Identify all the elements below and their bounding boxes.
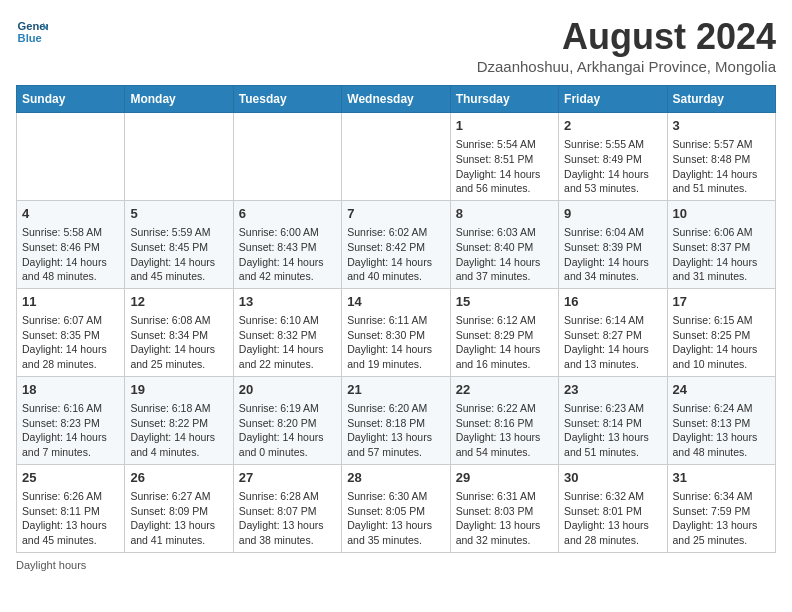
calendar-cell [125, 113, 233, 201]
day-number: 15 [456, 293, 553, 311]
day-info: Sunrise: 5:54 AM Sunset: 8:51 PM Dayligh… [456, 137, 553, 196]
calendar-cell: 26Sunrise: 6:27 AM Sunset: 8:09 PM Dayli… [125, 464, 233, 552]
day-number: 26 [130, 469, 227, 487]
week-row-4: 18Sunrise: 6:16 AM Sunset: 8:23 PM Dayli… [17, 376, 776, 464]
day-number: 17 [673, 293, 770, 311]
calendar-cell: 13Sunrise: 6:10 AM Sunset: 8:32 PM Dayli… [233, 288, 341, 376]
day-number: 3 [673, 117, 770, 135]
day-info: Sunrise: 6:03 AM Sunset: 8:40 PM Dayligh… [456, 225, 553, 284]
day-info: Sunrise: 6:19 AM Sunset: 8:20 PM Dayligh… [239, 401, 336, 460]
calendar-cell: 1Sunrise: 5:54 AM Sunset: 8:51 PM Daylig… [450, 113, 558, 201]
day-info: Sunrise: 6:24 AM Sunset: 8:13 PM Dayligh… [673, 401, 770, 460]
calendar-cell: 5Sunrise: 5:59 AM Sunset: 8:45 PM Daylig… [125, 200, 233, 288]
day-header-wednesday: Wednesday [342, 86, 450, 113]
day-number: 30 [564, 469, 661, 487]
day-number: 21 [347, 381, 444, 399]
logo: General Blue [16, 16, 48, 48]
day-info: Sunrise: 6:00 AM Sunset: 8:43 PM Dayligh… [239, 225, 336, 284]
day-number: 9 [564, 205, 661, 223]
day-info: Sunrise: 6:27 AM Sunset: 8:09 PM Dayligh… [130, 489, 227, 548]
day-info: Sunrise: 6:16 AM Sunset: 8:23 PM Dayligh… [22, 401, 119, 460]
calendar-cell: 15Sunrise: 6:12 AM Sunset: 8:29 PM Dayli… [450, 288, 558, 376]
day-number: 1 [456, 117, 553, 135]
day-number: 6 [239, 205, 336, 223]
day-info: Sunrise: 6:30 AM Sunset: 8:05 PM Dayligh… [347, 489, 444, 548]
day-header-sunday: Sunday [17, 86, 125, 113]
subtitle: Dzaanhoshuu, Arkhangai Province, Mongoli… [477, 58, 776, 75]
week-row-3: 11Sunrise: 6:07 AM Sunset: 8:35 PM Dayli… [17, 288, 776, 376]
calendar-cell: 6Sunrise: 6:00 AM Sunset: 8:43 PM Daylig… [233, 200, 341, 288]
day-number: 24 [673, 381, 770, 399]
day-header-friday: Friday [559, 86, 667, 113]
day-number: 25 [22, 469, 119, 487]
day-info: Sunrise: 6:22 AM Sunset: 8:16 PM Dayligh… [456, 401, 553, 460]
month-title: August 2024 [477, 16, 776, 58]
day-number: 4 [22, 205, 119, 223]
day-info: Sunrise: 6:15 AM Sunset: 8:25 PM Dayligh… [673, 313, 770, 372]
calendar-cell: 2Sunrise: 5:55 AM Sunset: 8:49 PM Daylig… [559, 113, 667, 201]
calendar-cell: 28Sunrise: 6:30 AM Sunset: 8:05 PM Dayli… [342, 464, 450, 552]
day-info: Sunrise: 5:59 AM Sunset: 8:45 PM Dayligh… [130, 225, 227, 284]
calendar-cell: 27Sunrise: 6:28 AM Sunset: 8:07 PM Dayli… [233, 464, 341, 552]
calendar-cell: 19Sunrise: 6:18 AM Sunset: 8:22 PM Dayli… [125, 376, 233, 464]
week-row-2: 4Sunrise: 5:58 AM Sunset: 8:46 PM Daylig… [17, 200, 776, 288]
calendar-cell: 9Sunrise: 6:04 AM Sunset: 8:39 PM Daylig… [559, 200, 667, 288]
day-number: 18 [22, 381, 119, 399]
svg-text:Blue: Blue [18, 32, 42, 44]
footer-note: Daylight hours [16, 559, 776, 571]
logo-icon: General Blue [16, 16, 48, 48]
day-info: Sunrise: 6:04 AM Sunset: 8:39 PM Dayligh… [564, 225, 661, 284]
week-row-1: 1Sunrise: 5:54 AM Sunset: 8:51 PM Daylig… [17, 113, 776, 201]
calendar-cell: 16Sunrise: 6:14 AM Sunset: 8:27 PM Dayli… [559, 288, 667, 376]
day-header-saturday: Saturday [667, 86, 775, 113]
calendar-cell: 8Sunrise: 6:03 AM Sunset: 8:40 PM Daylig… [450, 200, 558, 288]
day-info: Sunrise: 6:07 AM Sunset: 8:35 PM Dayligh… [22, 313, 119, 372]
title-area: August 2024 Dzaanhoshuu, Arkhangai Provi… [477, 16, 776, 75]
day-number: 12 [130, 293, 227, 311]
day-info: Sunrise: 5:57 AM Sunset: 8:48 PM Dayligh… [673, 137, 770, 196]
header-row: SundayMondayTuesdayWednesdayThursdayFrid… [17, 86, 776, 113]
calendar-cell: 11Sunrise: 6:07 AM Sunset: 8:35 PM Dayli… [17, 288, 125, 376]
day-number: 11 [22, 293, 119, 311]
calendar-cell: 12Sunrise: 6:08 AM Sunset: 8:34 PM Dayli… [125, 288, 233, 376]
day-info: Sunrise: 6:11 AM Sunset: 8:30 PM Dayligh… [347, 313, 444, 372]
calendar-cell: 10Sunrise: 6:06 AM Sunset: 8:37 PM Dayli… [667, 200, 775, 288]
day-info: Sunrise: 6:14 AM Sunset: 8:27 PM Dayligh… [564, 313, 661, 372]
day-number: 22 [456, 381, 553, 399]
day-info: Sunrise: 6:32 AM Sunset: 8:01 PM Dayligh… [564, 489, 661, 548]
calendar-body: 1Sunrise: 5:54 AM Sunset: 8:51 PM Daylig… [17, 113, 776, 553]
day-number: 5 [130, 205, 227, 223]
calendar-cell: 18Sunrise: 6:16 AM Sunset: 8:23 PM Dayli… [17, 376, 125, 464]
day-header-tuesday: Tuesday [233, 86, 341, 113]
calendar-cell: 23Sunrise: 6:23 AM Sunset: 8:14 PM Dayli… [559, 376, 667, 464]
day-info: Sunrise: 5:55 AM Sunset: 8:49 PM Dayligh… [564, 137, 661, 196]
day-number: 13 [239, 293, 336, 311]
daylight-hours-label: Daylight hours [16, 559, 86, 571]
week-row-5: 25Sunrise: 6:26 AM Sunset: 8:11 PM Dayli… [17, 464, 776, 552]
calendar-cell: 17Sunrise: 6:15 AM Sunset: 8:25 PM Dayli… [667, 288, 775, 376]
calendar-cell [233, 113, 341, 201]
day-header-thursday: Thursday [450, 86, 558, 113]
day-info: Sunrise: 6:18 AM Sunset: 8:22 PM Dayligh… [130, 401, 227, 460]
day-info: Sunrise: 6:28 AM Sunset: 8:07 PM Dayligh… [239, 489, 336, 548]
day-number: 28 [347, 469, 444, 487]
day-number: 14 [347, 293, 444, 311]
day-number: 10 [673, 205, 770, 223]
calendar-cell: 3Sunrise: 5:57 AM Sunset: 8:48 PM Daylig… [667, 113, 775, 201]
day-number: 23 [564, 381, 661, 399]
day-info: Sunrise: 6:02 AM Sunset: 8:42 PM Dayligh… [347, 225, 444, 284]
day-info: Sunrise: 6:31 AM Sunset: 8:03 PM Dayligh… [456, 489, 553, 548]
calendar-cell: 4Sunrise: 5:58 AM Sunset: 8:46 PM Daylig… [17, 200, 125, 288]
calendar-cell [17, 113, 125, 201]
day-number: 20 [239, 381, 336, 399]
calendar-cell: 25Sunrise: 6:26 AM Sunset: 8:11 PM Dayli… [17, 464, 125, 552]
header: General Blue August 2024 Dzaanhoshuu, Ar… [16, 16, 776, 75]
calendar-cell: 31Sunrise: 6:34 AM Sunset: 7:59 PM Dayli… [667, 464, 775, 552]
day-header-monday: Monday [125, 86, 233, 113]
day-info: Sunrise: 6:20 AM Sunset: 8:18 PM Dayligh… [347, 401, 444, 460]
day-info: Sunrise: 6:08 AM Sunset: 8:34 PM Dayligh… [130, 313, 227, 372]
day-info: Sunrise: 6:26 AM Sunset: 8:11 PM Dayligh… [22, 489, 119, 548]
calendar-table: SundayMondayTuesdayWednesdayThursdayFrid… [16, 85, 776, 553]
day-info: Sunrise: 6:10 AM Sunset: 8:32 PM Dayligh… [239, 313, 336, 372]
day-info: Sunrise: 6:34 AM Sunset: 7:59 PM Dayligh… [673, 489, 770, 548]
